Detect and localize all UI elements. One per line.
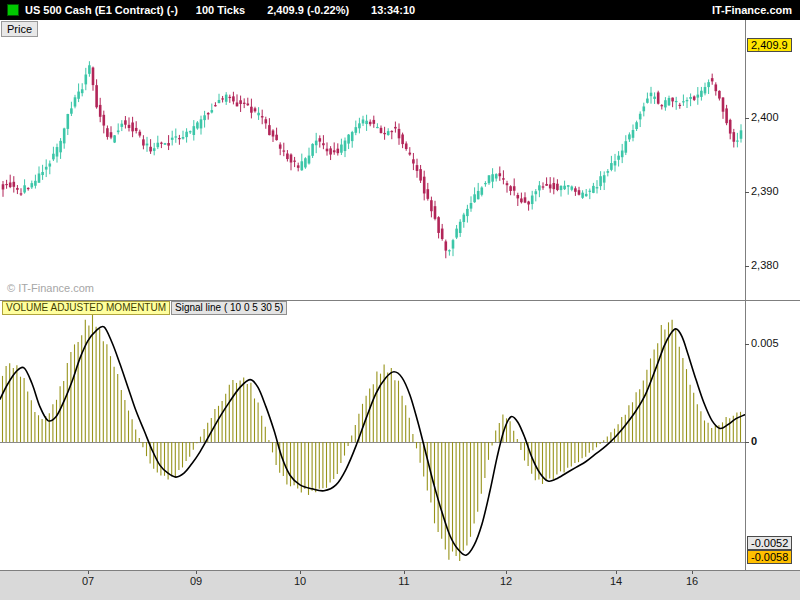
time-axis-tick xyxy=(196,571,197,574)
price-axis-label: 2,400 xyxy=(751,111,779,123)
momentum-value-badge: -0.0058 xyxy=(747,550,792,564)
indicator-label-signal[interactable]: Signal line ( 10 0 5 30 5) xyxy=(171,301,287,315)
tab-price[interactable]: Price xyxy=(1,21,38,37)
axis-tick xyxy=(745,442,749,443)
time-axis-label: 16 xyxy=(682,575,702,587)
momentum-axis-label: 0.005 xyxy=(751,337,779,349)
time-axis-tick xyxy=(404,571,405,574)
chart-window: US 500 Cash (E1 Contract) (-) 100 Ticks … xyxy=(0,0,800,600)
time-axis-label: 12 xyxy=(496,575,516,587)
indicator-label-momentum[interactable]: VOLUME ADJUSTED MOMENTUM xyxy=(2,301,170,315)
chart-watermark: © IT-Finance.com xyxy=(7,282,94,294)
chart-canvas[interactable] xyxy=(0,0,800,600)
indicator-labels: VOLUME ADJUSTED MOMENTUM Signal line ( 1… xyxy=(2,301,287,315)
price-axis-label: 2,380 xyxy=(751,259,779,271)
price-axis-label: 2,390 xyxy=(751,185,779,197)
axis-tick xyxy=(745,344,749,345)
last-price-badge: 2,409.9 xyxy=(747,38,792,52)
axis-tick xyxy=(745,192,749,193)
time-axis-tick xyxy=(88,571,89,574)
time-axis-label: 11 xyxy=(394,575,414,587)
time-axis-tick xyxy=(300,571,301,574)
time-axis-label: 07 xyxy=(78,575,98,587)
price-axis[interactable]: 2,4002,3902,3800.00502,409.9-0.0052-0.00… xyxy=(745,0,800,570)
time-axis-tick xyxy=(616,571,617,574)
momentum-value-badge: -0.0052 xyxy=(747,536,792,550)
time-axis-tick xyxy=(506,571,507,574)
time-axis-label: 09 xyxy=(186,575,206,587)
axis-tick xyxy=(745,118,749,119)
time-axis[interactable]: 07091011121416 xyxy=(0,570,800,600)
axis-tick xyxy=(745,266,749,267)
time-axis-tick xyxy=(692,571,693,574)
momentum-axis-label: 0 xyxy=(751,435,757,447)
time-axis-label: 10 xyxy=(290,575,310,587)
time-axis-label: 14 xyxy=(606,575,626,587)
